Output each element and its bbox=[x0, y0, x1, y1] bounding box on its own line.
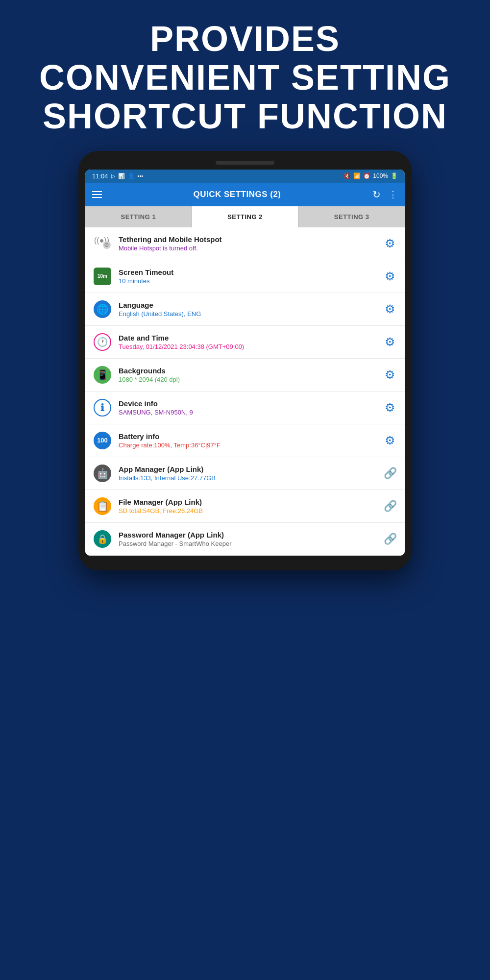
language-content: Language English (United States), ENG bbox=[119, 301, 376, 318]
status-time: 11:04 bbox=[92, 172, 108, 180]
tabs: SETTING 1 SETTING 2 SETTING 3 bbox=[85, 206, 405, 227]
setting-language[interactable]: 🌐 Language English (United States), ENG … bbox=[85, 293, 405, 326]
password-manager-content: Password Manager (App Link) Password Man… bbox=[119, 531, 376, 547]
setting-battery-info[interactable]: 100 Battery info Charge rate:100%, Temp:… bbox=[85, 424, 405, 457]
phone-frame: 11:04 ▷ 📊 👤 ••• 🔇 📶 ⏰ 100% 🔋 bbox=[78, 151, 412, 570]
backgrounds-title: Backgrounds bbox=[119, 367, 376, 375]
svg-text:⚙: ⚙ bbox=[104, 242, 109, 248]
status-left: 11:04 ▷ 📊 👤 ••• bbox=[92, 172, 143, 180]
app-bar: QUICK SETTINGS (2) ↻ ⋮ bbox=[85, 183, 405, 206]
more-button[interactable]: ⋮ bbox=[389, 189, 398, 200]
backgrounds-action[interactable]: ⚙ bbox=[382, 367, 398, 383]
hamburger-menu[interactable] bbox=[92, 191, 102, 198]
password-manager-action[interactable]: 🔗 bbox=[382, 531, 398, 547]
device-info-icon: ℹ bbox=[92, 397, 113, 418]
backgrounds-subtitle: 1080 * 2094 (420 dpi) bbox=[119, 376, 376, 383]
screen-timeout-icon: 10m bbox=[92, 266, 113, 287]
screen-timeout-icon-label: 10m bbox=[98, 273, 107, 279]
password-manager-icon: 🔒 bbox=[92, 529, 113, 549]
setting-backgrounds[interactable]: 📱 Backgrounds 1080 * 2094 (420 dpi) ⚙ bbox=[85, 359, 405, 392]
battery-info-icon: 100 bbox=[92, 430, 113, 451]
status-battery-icon: 🔋 bbox=[391, 172, 398, 179]
status-mute-icon: 🔇 bbox=[343, 172, 351, 179]
refresh-button[interactable]: ↻ bbox=[372, 189, 381, 200]
tethering-action[interactable]: ⚙ bbox=[382, 236, 398, 251]
file-manager-title: File Manager (App Link) bbox=[119, 498, 376, 506]
backgrounds-content: Backgrounds 1080 * 2094 (420 dpi) bbox=[119, 367, 376, 383]
battery-info-action[interactable]: ⚙ bbox=[382, 433, 398, 448]
status-right: 🔇 📶 ⏰ 100% 🔋 bbox=[343, 172, 398, 179]
app-manager-subtitle: Installs:133, Internal Use:27.77GB bbox=[119, 474, 376, 482]
date-time-subtitle: Tuesday, 01/12/2021 23:04:38 (GMT+09:00) bbox=[119, 343, 376, 350]
setting-file-manager[interactable]: 📋 File Manager (App Link) SD total:54GB,… bbox=[85, 490, 405, 523]
setting-date-time[interactable]: 🕐 Date and Time Tuesday, 01/12/2021 23:0… bbox=[85, 326, 405, 359]
date-time-content: Date and Time Tuesday, 01/12/2021 23:04:… bbox=[119, 334, 376, 350]
header-line3: SHORTCUT FUNCTION bbox=[29, 97, 461, 136]
password-manager-subtitle: Password Manager - SmartWho Keeper bbox=[119, 540, 376, 547]
app-bar-title: QUICK SETTINGS (2) bbox=[193, 190, 281, 199]
status-bar-icon: 📊 bbox=[118, 173, 125, 179]
file-manager-subtitle: SD total:54GB, Free:26.24GB bbox=[119, 507, 376, 514]
app-manager-icon: 🤖 bbox=[92, 463, 113, 484]
tethering-title: Tethering and Mobile Hotspot bbox=[119, 235, 376, 244]
setting-screen-timeout[interactable]: 10m Screen Timeout 10 minutes ⚙ bbox=[85, 260, 405, 293]
phone-screen: 11:04 ▷ 📊 👤 ••• 🔇 📶 ⏰ 100% 🔋 bbox=[85, 170, 405, 556]
screen-timeout-content: Screen Timeout 10 minutes bbox=[119, 268, 376, 285]
battery-info-subtitle: Charge rate:100%, Temp:36°C|97°F bbox=[119, 441, 376, 449]
date-time-icon: 🕐 bbox=[92, 332, 113, 352]
language-title: Language bbox=[119, 301, 376, 309]
device-info-title: Device info bbox=[119, 399, 376, 408]
settings-list: ((●)) ⚙ Tethering and Mobile Hotspot Mob… bbox=[85, 227, 405, 556]
status-bar: 11:04 ▷ 📊 👤 ••• 🔇 📶 ⏰ 100% 🔋 bbox=[85, 170, 405, 183]
file-manager-content: File Manager (App Link) SD total:54GB, F… bbox=[119, 498, 376, 514]
header-line1: PROVIDES bbox=[29, 20, 461, 58]
status-alarm-icon: ⏰ bbox=[363, 172, 370, 179]
tethering-content: Tethering and Mobile Hotspot Mobile Hots… bbox=[119, 235, 376, 252]
tethering-icon: ((●)) ⚙ bbox=[92, 233, 113, 254]
header-line2: CONVENIENT SETTING bbox=[29, 58, 461, 97]
device-info-subtitle: SAMSUNG, SM-N950N, 9 bbox=[119, 409, 376, 416]
screen-timeout-title: Screen Timeout bbox=[119, 268, 376, 276]
language-icon: 🌐 bbox=[92, 299, 113, 319]
file-manager-action[interactable]: 🔗 bbox=[382, 498, 398, 514]
status-dots: ••• bbox=[138, 173, 144, 179]
device-info-action[interactable]: ⚙ bbox=[382, 400, 398, 416]
tab-setting3[interactable]: SETTING 3 bbox=[298, 206, 405, 227]
setting-device-info[interactable]: ℹ Device info SAMSUNG, SM-N950N, 9 ⚙ bbox=[85, 392, 405, 424]
battery-info-title: Battery info bbox=[119, 432, 376, 441]
setting-password-manager[interactable]: 🔒 Password Manager (App Link) Password M… bbox=[85, 523, 405, 556]
screen-timeout-action[interactable]: ⚙ bbox=[382, 269, 398, 284]
status-play-icon: ▷ bbox=[111, 173, 115, 179]
password-manager-title: Password Manager (App Link) bbox=[119, 531, 376, 539]
status-battery-pct: 100% bbox=[373, 172, 388, 179]
app-manager-title: App Manager (App Link) bbox=[119, 465, 376, 473]
screen-timeout-subtitle: 10 minutes bbox=[119, 277, 376, 285]
app-manager-content: App Manager (App Link) Installs:133, Int… bbox=[119, 465, 376, 482]
setting-app-manager[interactable]: 🤖 App Manager (App Link) Installs:133, I… bbox=[85, 457, 405, 490]
tab-setting1[interactable]: SETTING 1 bbox=[85, 206, 192, 227]
date-time-title: Date and Time bbox=[119, 334, 376, 342]
status-wifi-icon: 📶 bbox=[353, 172, 361, 179]
app-manager-action[interactable]: 🔗 bbox=[382, 466, 398, 481]
language-subtitle: English (United States), ENG bbox=[119, 310, 376, 318]
phone-wrapper: 11:04 ▷ 📊 👤 ••• 🔇 📶 ⏰ 100% 🔋 bbox=[0, 151, 490, 570]
battery-info-content: Battery info Charge rate:100%, Temp:36°C… bbox=[119, 432, 376, 449]
tethering-subtitle: Mobile Hotspot is turned off. bbox=[119, 245, 376, 252]
language-action[interactable]: ⚙ bbox=[382, 301, 398, 317]
tab-setting2[interactable]: SETTING 2 bbox=[192, 206, 299, 227]
file-manager-icon: 📋 bbox=[92, 496, 113, 516]
device-info-content: Device info SAMSUNG, SM-N950N, 9 bbox=[119, 399, 376, 416]
status-person-icon: 👤 bbox=[128, 173, 135, 179]
app-bar-actions: ↻ ⋮ bbox=[372, 189, 398, 200]
date-time-action[interactable]: ⚙ bbox=[382, 334, 398, 350]
phone-notch bbox=[216, 161, 274, 165]
header-text: PROVIDES CONVENIENT SETTING SHORTCUT FUN… bbox=[0, 0, 490, 151]
backgrounds-icon: 📱 bbox=[92, 365, 113, 385]
setting-tethering[interactable]: ((●)) ⚙ Tethering and Mobile Hotspot Mob… bbox=[85, 227, 405, 260]
